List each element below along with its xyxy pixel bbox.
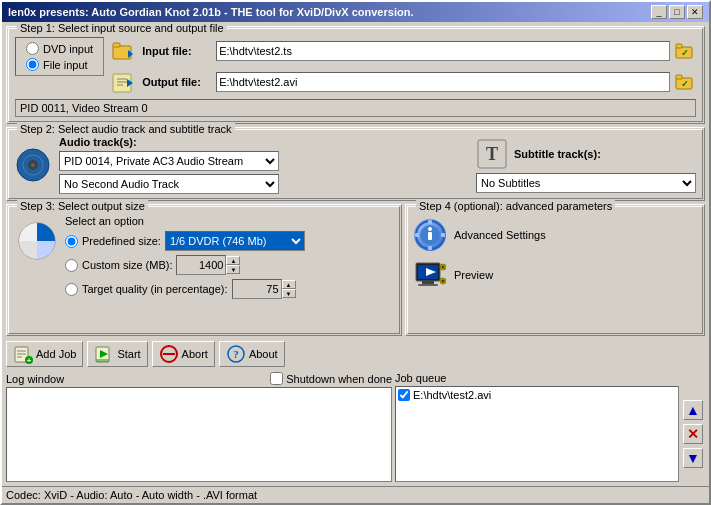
log-section: Log window Shutdown when done — [6, 372, 392, 482]
add-job-button[interactable]: + Add Job — [6, 341, 83, 367]
svg-point-37 — [442, 280, 445, 283]
custom-spinner[interactable]: ▲ ▼ — [226, 256, 240, 274]
step4-box: Step 4 (optional): advanced parameters — [407, 206, 703, 334]
step3-box: Step 3: Select output size — [8, 206, 400, 334]
step2-box: Step 2: Select audio track and subtitle … — [8, 129, 703, 199]
input-file-label: Input file: — [142, 45, 212, 57]
queue-area[interactable]: E:\hdtv\test2.avi — [395, 386, 679, 482]
title-text: len0x presents: Auto Gordian Knot 2.01b … — [8, 6, 413, 18]
queue-header: Job queue — [395, 372, 705, 384]
svg-rect-46 — [96, 359, 109, 362]
subtitle-label: Subtitle track(s): — [514, 148, 601, 160]
step2-label: Step 2: Select audio track and subtitle … — [17, 123, 235, 135]
log-area[interactable] — [6, 387, 392, 482]
queue-up-button[interactable]: ▲ — [683, 400, 703, 420]
svg-rect-1 — [113, 43, 120, 47]
svg-rect-27 — [415, 233, 419, 237]
abort-icon — [159, 344, 179, 364]
svg-point-35 — [442, 266, 445, 269]
audio-track-label: Audio track(s): — [59, 136, 279, 148]
file-label: File input — [43, 59, 88, 71]
file-radio[interactable] — [26, 58, 39, 71]
subtitle-icon: T — [476, 138, 508, 170]
advanced-settings-icon — [414, 219, 446, 251]
svg-rect-28 — [441, 233, 445, 237]
close-button[interactable]: ✕ — [687, 5, 703, 19]
dvd-radio-row: DVD input — [26, 42, 93, 55]
queue-item: E:\hdtv\test2.avi — [398, 389, 676, 401]
input-file-row: Input file: ✓ — [110, 37, 696, 65]
about-icon: ? — [226, 344, 246, 364]
input-file-icon — [110, 37, 138, 65]
queue-down-button[interactable]: ▼ — [683, 448, 703, 468]
predefined-select[interactable]: 1/6 DVDR (746 Mb) — [165, 231, 305, 251]
custom-value-input[interactable] — [176, 255, 226, 275]
step1-label: Step 1: Select input source and output f… — [17, 22, 227, 34]
pid-status: PID 0011, Video Stream 0 — [15, 99, 696, 117]
custom-up[interactable]: ▲ — [226, 256, 240, 265]
svg-text:+: + — [27, 356, 32, 364]
step3-outer: Step 3: Select output size — [6, 204, 402, 336]
audio-track2-select[interactable]: No Second Audio Track — [59, 174, 279, 194]
subtitle-select[interactable]: No Subtitles — [476, 173, 696, 193]
minimize-button[interactable]: _ — [651, 5, 667, 19]
predefined-row: Predefined size: 1/6 DVDR (746 Mb) — [65, 231, 305, 251]
custom-down[interactable]: ▼ — [226, 265, 240, 274]
file-inputs: Input file: ✓ — [110, 37, 696, 96]
input-file-field[interactable] — [216, 41, 670, 61]
step4-actions: Advanced Settings — [414, 219, 696, 291]
step3-label: Step 3: Select output size — [17, 200, 148, 212]
select-option-label: Select an option — [65, 215, 305, 227]
preview-label: Preview — [454, 269, 493, 281]
log-header: Log window Shutdown when done — [6, 372, 392, 385]
about-button[interactable]: ? About — [219, 341, 285, 367]
log-label: Log window — [6, 373, 64, 385]
step1-outer: Step 1: Select input source and output f… — [6, 26, 705, 124]
step4-outer: Step 4 (optional): advanced parameters — [405, 204, 705, 336]
dvd-radio[interactable] — [26, 42, 39, 55]
queue-section: Job queue E:\hdtv\test2.avi ▲ ✕ ▼ — [395, 372, 705, 482]
output-file-field[interactable] — [216, 72, 670, 92]
svg-text:?: ? — [233, 348, 239, 360]
status-bar: Codec: XviD - Audio: Auto - Auto width -… — [2, 486, 709, 503]
queue-delete-button[interactable]: ✕ — [683, 424, 703, 444]
svg-point-23 — [428, 227, 432, 231]
input-browse-button[interactable]: ✓ — [674, 40, 696, 62]
dvd-label: DVD input — [43, 43, 93, 55]
quality-value-input[interactable] — [232, 279, 282, 299]
audio-track-select[interactable]: PID 0014, Private AC3 Audio Stream — [59, 151, 279, 171]
output-browse-button[interactable]: ✓ — [674, 71, 696, 93]
shutdown-checkbox[interactable] — [270, 372, 283, 385]
start-label: Start — [117, 348, 140, 360]
quality-input-wrap: ▲ ▼ — [232, 279, 296, 299]
steps34-row: Step 3: Select output size — [6, 204, 705, 336]
svg-text:✓: ✓ — [681, 48, 689, 58]
queue-controls: ▲ ✕ ▼ — [681, 386, 705, 482]
advanced-row[interactable]: Advanced Settings — [414, 219, 696, 251]
file-radio-row: File input — [26, 58, 93, 71]
quality-down[interactable]: ▼ — [282, 289, 296, 298]
custom-row: Custom size (MB): ▲ ▼ — [65, 255, 305, 275]
advanced-settings-label: Advanced Settings — [454, 229, 546, 241]
svg-text:T: T — [486, 144, 498, 164]
custom-radio[interactable] — [65, 259, 78, 272]
shutdown-label: Shutdown when done — [286, 373, 392, 385]
quality-spinner[interactable]: ▲ ▼ — [282, 280, 296, 298]
maximize-button[interactable]: □ — [669, 5, 685, 19]
status-text: Codec: XviD - Audio: Auto - Auto width -… — [6, 489, 257, 501]
about-label: About — [249, 348, 278, 360]
queue-item-checkbox[interactable] — [398, 389, 410, 401]
preview-row[interactable]: Preview — [414, 259, 696, 291]
output-file-icon — [110, 68, 138, 96]
start-button[interactable]: Start — [87, 341, 147, 367]
abort-button[interactable]: Abort — [152, 341, 215, 367]
quality-up[interactable]: ▲ — [282, 280, 296, 289]
start-icon — [94, 344, 114, 364]
quality-radio[interactable] — [65, 283, 78, 296]
predefined-radio[interactable] — [65, 235, 78, 248]
svg-rect-24 — [428, 232, 432, 240]
svg-rect-26 — [428, 246, 432, 250]
shutdown-wrap: Shutdown when done — [270, 372, 392, 385]
actions-row: + Add Job Start Abort — [6, 339, 705, 369]
quality-label: Target quality (in percentage): — [82, 283, 228, 295]
